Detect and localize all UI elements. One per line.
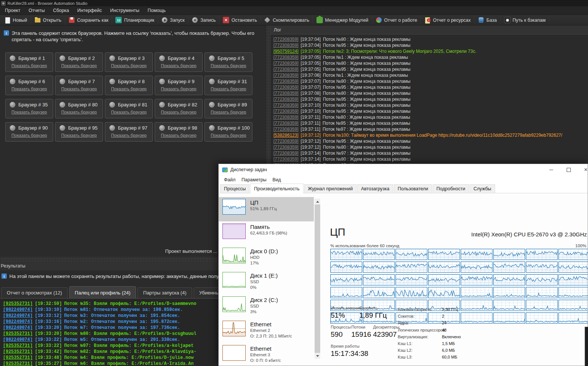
toolbar-button-work-report-pie[interactable]: Отчет о работе	[372, 15, 421, 25]
maximize-button[interactable]	[560, 164, 577, 175]
sidebar-item-ethernet-3[interactable]: EthernetEthernet 3О: 0 П: 0 кбит/с	[219, 343, 314, 366]
toolbar-button-compile-cube[interactable]: Скомпилировать	[261, 15, 313, 25]
log-entry-id-link[interactable]: [772308359]	[273, 91, 298, 96]
show-browser-link[interactable]: Показать браузер	[6, 87, 53, 91]
show-browser-link[interactable]: Показать браузер	[155, 87, 202, 91]
log-entry-id-link[interactable]: [772308359]	[273, 37, 298, 42]
result-entry-id-link[interactable]: [925352731]	[3, 355, 33, 360]
log-entry-id-link[interactable]: [772308359]	[273, 61, 298, 66]
tm-sidebar-scrollbar[interactable]	[315, 199, 320, 359]
log-entry-id-link[interactable]: [772308359]	[273, 157, 298, 162]
show-browser-link[interactable]: Показать браузер	[205, 63, 252, 68]
tm-tab-2[interactable]: Производительность	[250, 184, 303, 193]
log-entry-id-link[interactable]: [772308359]	[273, 121, 298, 126]
show-browser-link[interactable]: Показать браузер	[6, 133, 53, 137]
result-entry-id-link[interactable]: [925352731]	[3, 361, 33, 366]
result-entry-id-link[interactable]: [925352731]	[3, 349, 33, 354]
result-entry-id-link[interactable]: [925352731]	[3, 301, 33, 306]
toolbar-button-modules-puzzle[interactable]: Менеджер Модулей	[313, 15, 372, 25]
log-entry-id-link[interactable]: [772308359]	[273, 85, 298, 90]
show-browser-link[interactable]: Показать браузер	[6, 110, 53, 114]
show-browser-link[interactable]: Показать браузер	[205, 110, 252, 114]
minimize-button[interactable]	[543, 164, 560, 175]
menu-item-1[interactable]: Проект	[1, 6, 24, 15]
show-browser-link[interactable]: Показать браузер	[105, 133, 152, 137]
log-entry-id-link[interactable]: [772308359]	[273, 115, 298, 120]
show-browser-link[interactable]: Показать браузер	[155, 110, 202, 114]
toolbar-button-scheduler[interactable]: 12Планировщик	[112, 15, 158, 25]
tm-menu-item-2[interactable]: Параметры	[239, 177, 270, 182]
menu-item-5[interactable]: Инструменты	[106, 6, 143, 15]
menu-item-4[interactable]: Интерфейс	[73, 6, 106, 15]
log-entry-id-link[interactable]: [772308359]	[273, 79, 298, 84]
tm-tab-1[interactable]: Процессы	[220, 184, 249, 193]
result-entry-id-link[interactable]: [982249074]	[3, 337, 33, 342]
sidebar-item-ethernet-2[interactable]: EthernetEthernet 2О: 2,3 П: 20,1 Мбит/с	[219, 319, 314, 343]
toolbar-button-open-folder[interactable]: Открыть	[31, 15, 65, 25]
show-browser-link[interactable]: Показать браузер	[205, 133, 252, 137]
results-tab-1[interactable]: Отчет о просмотрах (12)	[1, 287, 68, 298]
show-browser-link[interactable]: Показать браузер	[55, 87, 103, 91]
tm-tab-4[interactable]: Автозагрузка	[357, 184, 393, 193]
show-browser-link[interactable]: Показать браузер	[55, 133, 103, 137]
toolbar-button-backup-clock[interactable]: Путь к бэкапам	[501, 15, 549, 25]
log-entry-id-link[interactable]: [772308359]	[273, 97, 298, 102]
results-tab-2[interactable]: Палец или профиль (24)	[69, 286, 136, 298]
log-entry-id-link[interactable]: [950759124]	[273, 49, 298, 54]
show-browser-link[interactable]: Показать браузер	[55, 110, 103, 114]
result-entry-id-link[interactable]: [925352731]	[3, 331, 33, 336]
close-button[interactable]	[577, 164, 588, 175]
tm-tab-3[interactable]: Журнал приложений	[304, 184, 357, 193]
log-entry-id-link[interactable]: [772308359]	[273, 109, 298, 114]
toolbar-button-database[interactable]: База	[475, 15, 501, 25]
results-tab-4[interactable]: Убиенные прокси	[194, 287, 218, 298]
log-entry-id-link[interactable]: [772308359]	[273, 43, 298, 48]
log-entry-id-link[interactable]: [772308359]	[273, 55, 298, 60]
result-entry-id-link[interactable]: [982249074]	[3, 307, 33, 312]
toolbar-button-run[interactable]: Запуск	[158, 15, 188, 25]
scroll-down-icon[interactable]	[315, 353, 320, 359]
sidebar-item-memory[interactable]: Память62,4/63,9 ГБ (98%)	[219, 221, 314, 246]
result-entry-id-link[interactable]: [982249074]	[3, 319, 33, 324]
result-entry-id-link[interactable]: [925352731]	[3, 343, 33, 348]
menu-item-3[interactable]: Сборка	[49, 6, 73, 15]
show-browser-link[interactable]: Показать браузер	[105, 110, 152, 114]
log-entry-id-link[interactable]: [772308359]	[273, 145, 298, 150]
log-entry-id-link[interactable]: [772308359]	[273, 103, 298, 108]
tm-menu-item-1[interactable]: Файл	[221, 177, 239, 182]
toolbar-button-save-as[interactable]: Сохранить как	[65, 15, 112, 25]
log-entry-id-link[interactable]: [772308359]	[273, 127, 298, 132]
scroll-up-icon[interactable]	[315, 199, 320, 205]
log-entry-id-link[interactable]: [538286123]	[273, 133, 298, 138]
toolbar-button-record[interactable]: Запись	[188, 15, 219, 25]
tm-tab-5[interactable]: Пользователи	[394, 184, 432, 193]
toolbar-button-new-file[interactable]: Новый	[1, 15, 31, 25]
tm-tab-7[interactable]: Службы	[470, 184, 495, 193]
results-tab-3[interactable]: Партры запуска (4)	[137, 287, 192, 298]
show-browser-link[interactable]: Показать браузер	[105, 63, 152, 68]
show-browser-link[interactable]: Показать браузер	[205, 87, 252, 91]
show-browser-link[interactable]: Показать браузер	[105, 87, 152, 91]
show-browser-link[interactable]: Показать браузер	[155, 133, 202, 137]
menu-item-2[interactable]: Отчеты	[24, 6, 49, 15]
log-entry-id-link[interactable]: [772308359]	[273, 151, 298, 156]
log-entry-id-link[interactable]: [772308359]	[273, 67, 298, 72]
show-browser-link[interactable]: Показать браузер	[155, 63, 202, 68]
scrollbar-thumb[interactable]	[315, 205, 320, 353]
menu-item-6[interactable]: Помощь	[143, 6, 170, 15]
sidebar-item-disk-2[interactable]: Диск 2 (C:)SSD3%	[219, 294, 314, 319]
log-entry-id-link[interactable]: [772308359]	[273, 73, 298, 78]
show-browser-link[interactable]: Показать браузер	[55, 63, 103, 68]
toolbar-button-resource-report-warning[interactable]: Отчет о ресурсах	[421, 15, 475, 25]
sidebar-item-disk-0[interactable]: Диск 0 (D:)HDD17%	[219, 246, 314, 270]
log-entry-id-link[interactable]: [772308359]	[273, 139, 298, 144]
tm-tab-6[interactable]: Подробности	[433, 184, 469, 193]
tm-menu-item-3[interactable]: Вид	[269, 177, 284, 182]
result-entry-id-link[interactable]: [982249074]	[3, 313, 33, 318]
toolbar-button-stop[interactable]: Остановить	[219, 15, 261, 25]
sidebar-item-cpu[interactable]: ЦП51% 1,89 ГГц	[219, 197, 314, 221]
show-browser-link[interactable]: Показать браузер	[6, 63, 53, 68]
sidebar-item-disk-1[interactable]: Диск 1 (E:)SSD0%	[219, 270, 314, 294]
tm-titlebar[interactable]: Диспетчер задач	[219, 164, 588, 175]
result-entry-id-link[interactable]: [982249074]	[3, 325, 33, 330]
